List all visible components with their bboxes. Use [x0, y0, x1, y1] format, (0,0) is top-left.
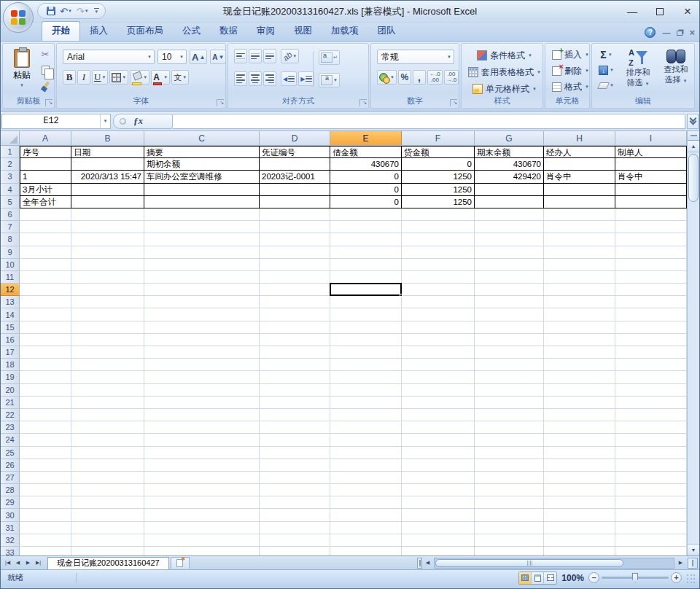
orientation-button[interactable]: ab▼: [281, 49, 299, 63]
cell-A2[interactable]: [20, 158, 71, 171]
row-header-32[interactable]: 32: [1, 534, 20, 547]
cell-D15[interactable]: [260, 321, 330, 334]
cell-I31[interactable]: [615, 522, 687, 534]
cell-A10[interactable]: [20, 259, 71, 271]
cell-F29[interactable]: [402, 496, 475, 509]
cell-B25[interactable]: [71, 447, 144, 459]
fill-color-button[interactable]: ▼: [130, 70, 149, 85]
tab-开始[interactable]: 开始: [42, 21, 80, 41]
scroll-down-icon[interactable]: ▼: [688, 544, 699, 555]
cell-D12[interactable]: [260, 284, 330, 296]
sheet-tab[interactable]: 现金日记账20200313160427: [47, 557, 169, 569]
cell-I22[interactable]: [615, 409, 687, 421]
cell-B24[interactable]: [71, 434, 144, 446]
cell-H2[interactable]: [544, 158, 615, 171]
row-header-4[interactable]: 4: [1, 184, 20, 196]
cell-E26[interactable]: [330, 459, 402, 472]
save-button[interactable]: [45, 4, 57, 17]
last-sheet-button[interactable]: ▶|: [34, 558, 43, 568]
cell-H12[interactable]: [544, 284, 615, 296]
cell-G31[interactable]: [475, 522, 544, 534]
cell-C27[interactable]: [144, 472, 260, 484]
cell-F7[interactable]: [402, 221, 475, 233]
cell-C15[interactable]: [144, 321, 260, 334]
row-header-8[interactable]: 8: [1, 233, 20, 246]
cell-G9[interactable]: [475, 246, 544, 259]
next-sheet-button[interactable]: ▶: [23, 558, 33, 568]
cell-B10[interactable]: [71, 259, 144, 271]
page-layout-view-button[interactable]: [532, 572, 544, 584]
cell-G3[interactable]: 429420: [475, 171, 544, 183]
cell-E24[interactable]: [330, 434, 402, 446]
cell-I16[interactable]: [615, 334, 687, 346]
cell-D13[interactable]: [260, 296, 330, 308]
cell-H6[interactable]: [544, 208, 615, 221]
tab-审阅[interactable]: 审阅: [247, 22, 284, 41]
cell-H31[interactable]: [544, 522, 615, 534]
row-header-26[interactable]: 26: [1, 459, 20, 472]
zoom-level[interactable]: 100%: [561, 573, 584, 583]
cell-C26[interactable]: [144, 459, 260, 472]
cell-D5[interactable]: [260, 196, 330, 208]
cell-E22[interactable]: [330, 409, 402, 421]
cell-I17[interactable]: [615, 346, 687, 359]
cell-G26[interactable]: [475, 459, 544, 472]
cell-C7[interactable]: [144, 221, 260, 233]
cell-B31[interactable]: [71, 522, 144, 534]
cell-I2[interactable]: [615, 158, 687, 171]
cell-A25[interactable]: [20, 447, 71, 459]
cell-A1[interactable]: 序号: [20, 146, 71, 158]
cell-C28[interactable]: [144, 484, 260, 496]
clear-button[interactable]: ▼: [596, 79, 616, 92]
cell-E21[interactable]: [330, 397, 402, 409]
cell-I24[interactable]: [615, 434, 687, 446]
cell-G11[interactable]: [475, 271, 544, 284]
decrease-decimal-button[interactable]: .00→.0: [444, 70, 459, 85]
cell-B27[interactable]: [71, 472, 144, 484]
cell-C17[interactable]: [144, 346, 260, 359]
cell-C30[interactable]: [144, 509, 260, 521]
cell-F17[interactable]: [402, 346, 475, 359]
name-box[interactable]: E12 ▼: [1, 114, 111, 129]
row-header-29[interactable]: 29: [1, 496, 20, 509]
cell-C23[interactable]: [144, 421, 260, 434]
cell-F26[interactable]: [402, 459, 475, 472]
cell-C6[interactable]: [144, 208, 260, 221]
cell-E6[interactable]: [330, 208, 402, 221]
fx-icon[interactable]: ƒx: [133, 115, 143, 127]
row-header-1[interactable]: 1: [1, 146, 20, 158]
column-header-E[interactable]: E: [330, 131, 402, 145]
cell-A15[interactable]: [20, 321, 71, 334]
cell-B5[interactable]: [71, 196, 144, 208]
cell-H30[interactable]: [544, 509, 615, 521]
cell-A23[interactable]: [20, 421, 71, 434]
font-dialog-launcher[interactable]: ↘: [217, 99, 224, 106]
normal-view-button[interactable]: [519, 572, 532, 584]
cell-I6[interactable]: [615, 208, 687, 221]
cell-G16[interactable]: [475, 334, 544, 346]
cell-D10[interactable]: [260, 259, 330, 271]
cell-I5[interactable]: [615, 196, 687, 208]
cell-E8[interactable]: [330, 233, 402, 246]
cell-A22[interactable]: [20, 409, 71, 421]
cell-E5[interactable]: 0: [330, 196, 402, 208]
cell-B1[interactable]: 日期: [71, 146, 144, 158]
decrease-indent-button[interactable]: ◀: [281, 71, 297, 86]
cell-B13[interactable]: [71, 296, 144, 308]
cell-C22[interactable]: [144, 409, 260, 421]
vertical-split-handle[interactable]: [688, 131, 699, 141]
cell-styles-button[interactable]: 单元格样式▼: [466, 82, 543, 96]
cell-B17[interactable]: [71, 346, 144, 359]
format-painter-button[interactable]: [38, 79, 52, 93]
cell-C1[interactable]: 摘要: [144, 146, 260, 158]
cell-C18[interactable]: [144, 359, 260, 371]
cell-D14[interactable]: [260, 308, 330, 321]
cell-F5[interactable]: 1250: [402, 196, 475, 208]
find-select-button[interactable]: 查找和 选择 ▼: [659, 47, 693, 87]
cell-I26[interactable]: [615, 459, 687, 472]
cell-I33[interactable]: [615, 547, 687, 555]
undo-button[interactable]: ↶▼: [58, 4, 74, 17]
cell-E32[interactable]: [330, 534, 402, 547]
cell-G15[interactable]: [475, 321, 544, 334]
row-header-25[interactable]: 25: [1, 447, 20, 459]
